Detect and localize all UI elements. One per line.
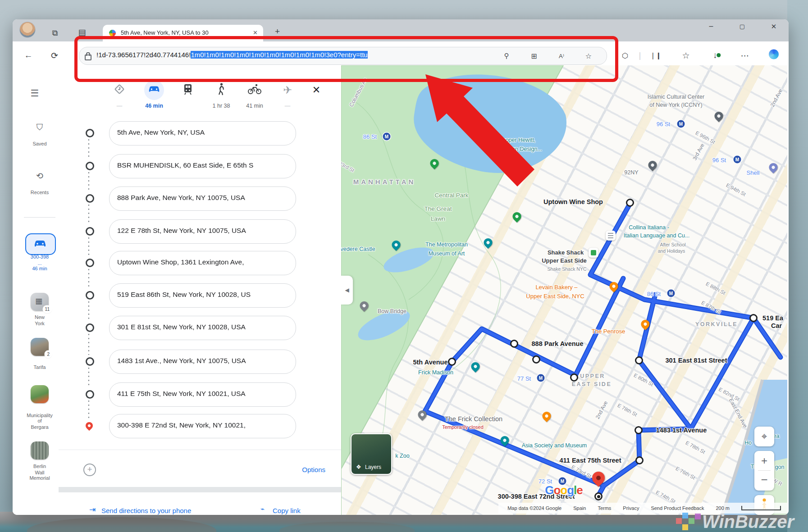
copilot-icon[interactable] [769, 50, 779, 62]
map-label: UPPER [580, 373, 605, 379]
trip-label[interactable]: 300-398 ... [30, 254, 49, 266]
waypoint-input[interactable]: 1483 1st Ave., New York, NY 10075, USA [109, 350, 296, 374]
tab-close-icon[interactable]: ✕ [253, 29, 258, 36]
attribution-send-product-feedback[interactable]: Send Product Feedback [651, 505, 704, 511]
menu-icon[interactable]: ☰ [31, 88, 39, 99]
sidebar-item-bergara-line2[interactable]: of Bergara [30, 418, 49, 430]
sidebar-active-trip[interactable] [25, 233, 56, 255]
recents-icon[interactable]: ⟲ [36, 171, 43, 181]
waypoint-text: 300-398 E 72nd St, New York, NY 10021, [117, 421, 288, 429]
trip-time[interactable]: 46 min [32, 265, 47, 272]
split-screen-icon[interactable]: ❘❙ [650, 51, 661, 59]
waypoint-input[interactable]: 888 Park Ave, New York, NY 10075, USA [109, 186, 296, 211]
waypoint-input[interactable]: 5th Ave, New York, NY, USA [109, 121, 296, 146]
sidebar-item-bergara-thumb[interactable] [31, 385, 49, 405]
travel-mode-walking[interactable] [218, 83, 225, 97]
watermark-text: WinBuzzer [702, 512, 794, 532]
attribution-spain[interactable]: Spain [573, 505, 586, 511]
window-close-button[interactable]: ✕ [771, 23, 777, 31]
collapse-panel-button[interactable]: ◀ [341, 276, 353, 305]
waypoint-input[interactable]: BSR MUHENDISLK, 60 East Side, E 65th S [109, 154, 296, 178]
collina-poi-chip [606, 231, 616, 241]
browser-profile-avatar[interactable] [19, 22, 36, 38]
copy-link-button[interactable]: Copy link [273, 507, 301, 514]
annotation-highlight-box [74, 36, 618, 82]
map-label: The Frick Collection [445, 415, 502, 423]
my-location-button[interactable]: ⌖ [754, 427, 774, 446]
route-waypoint-dot [749, 314, 758, 322]
attribution-privacy[interactable]: Privacy [623, 505, 639, 511]
saved-icon[interactable]: ⛉ [37, 123, 43, 132]
toolbar-divider: | [639, 50, 641, 60]
waypoint-input[interactable]: 122 E 78th St, New York, NY 10075, USA [109, 219, 296, 244]
travel-mode-driving[interactable] [148, 85, 160, 95]
map-label: Islamic Cultural Center [648, 94, 704, 100]
refresh-button[interactable]: ⟳ [51, 50, 58, 61]
sidebar-item-saved[interactable]: Saved [32, 141, 46, 147]
map-label: Shake Shack [548, 249, 584, 256]
route-waypoint-dot [626, 199, 634, 207]
travel-mode-cycling[interactable] [248, 84, 261, 96]
route-waypoint-dot [635, 356, 643, 364]
sidebar-item-berlin-line1[interactable]: Berlin Wall [30, 463, 49, 476]
tarifa-count-badge: 2 [45, 351, 51, 358]
map-label: Upper East Side [542, 257, 587, 264]
layers-icon: ❖ [356, 464, 361, 470]
attribution-200-m[interactable]: 200 m [716, 505, 730, 511]
map-label: Cooper Hewitt, [498, 137, 536, 143]
waypoint-connector [88, 368, 89, 388]
sidebar-item-berlin-line2[interactable]: Memorial [29, 475, 50, 481]
downloads-icon[interactable]: ↓ [713, 50, 717, 60]
sidebar-item-tarifa[interactable]: Tarifa [34, 364, 46, 370]
waypoint-input[interactable]: 519 East 86th St, New York, NY 10028, US [109, 283, 296, 308]
waypoint-circle [86, 162, 94, 170]
travel-mode-best-routes[interactable] [114, 83, 125, 97]
send-directions-button[interactable]: Send directions to your phone [101, 507, 191, 514]
directions-panel: ✈ ✕ —46 min1 hr 3841 min— 5th Ave, New Y… [59, 65, 341, 515]
waypoint-input[interactable]: Uptown Wine Shop, 1361 Lexington Ave, [109, 251, 296, 275]
waypoint-circle [86, 390, 94, 399]
travel-mode-transit[interactable] [183, 83, 193, 97]
travel-mode-flight[interactable]: ✈ [283, 84, 292, 96]
window-maximize-button[interactable]: ▢ [740, 23, 745, 30]
map-label: Asia Society and Museum [522, 442, 587, 449]
sidebar-item-tarifa-thumb[interactable]: 2 [31, 338, 49, 358]
sidebar-item-new-york[interactable]: New York [30, 314, 49, 327]
waypoint-input[interactable]: 411 E 75th St, New York, NY 10021, USA [109, 382, 296, 407]
waypoint-circle [86, 129, 94, 137]
map-label: The Great [425, 205, 452, 212]
favorites-icon[interactable]: ☆ [682, 50, 689, 61]
add-destination-button[interactable]: + [83, 464, 96, 476]
close-directions-icon[interactable]: ✕ [312, 84, 320, 96]
map-label: of New York (ICCNY) [649, 102, 702, 108]
travel-mode-time-cycling: 41 min [246, 103, 263, 109]
maps-page: ☰ ⛉ Saved ⟲ Recents 300-398 ... 46 min ▦… [13, 65, 789, 515]
map-label: YORKVILLE [695, 321, 738, 327]
workspaces-icon[interactable]: ⧉ [52, 28, 58, 38]
sidebar-item-recents[interactable]: Recents [31, 189, 49, 196]
attribution-terms[interactable]: Terms [598, 505, 611, 511]
map-canvas[interactable]: Columbus Av86 StW 83rd StMANHATTANCentra… [341, 65, 787, 515]
panel-bottom-actions: ⇥ Send directions to your phone ⌁ Copy l… [59, 492, 341, 515]
settings-more-icon[interactable]: ⋯ [741, 50, 749, 61]
zoom-in-button[interactable]: + [754, 451, 774, 470]
new-tab-button[interactable]: + [275, 27, 280, 36]
back-button[interactable]: ← [24, 50, 33, 60]
layers-button[interactable]: ❖ Layers [351, 433, 392, 475]
map-label: After School [660, 242, 685, 247]
sidebar-item-berlin-thumb[interactable] [31, 441, 49, 461]
window-minimize-button[interactable]: – [709, 22, 713, 30]
zoom-out-button[interactable]: − [754, 471, 774, 490]
waypoint-input[interactable]: 301 E 81st St, New York, NY 10028, USA [109, 316, 296, 340]
map-label: Lawn [431, 215, 445, 222]
waypoint-input[interactable]: 300-398 E 72nd St, New York, NY 10021, [109, 414, 296, 438]
waypoint-text: 301 E 81st St, New York, NY 10028, USA [117, 323, 288, 331]
options-button[interactable]: Options [302, 466, 325, 473]
extensions-icon[interactable]: ⬡ [622, 51, 628, 60]
map-label: Temporarily closed [442, 424, 484, 430]
sidebar-item-new-york-thumb[interactable]: ▦11 [31, 293, 49, 313]
desktop-wallpaper-right [787, 0, 808, 532]
map-label: 5th Avenue [413, 359, 447, 366]
desktop: ⧉ ▤ 5th Ave, New York, NY, USA to 30 ✕ +… [0, 0, 808, 532]
map-label: 86 St [363, 133, 377, 140]
